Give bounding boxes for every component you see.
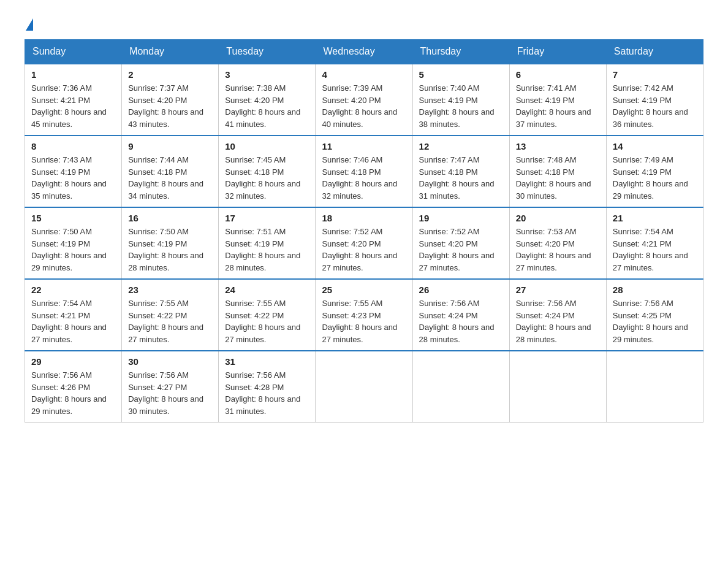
day-number: 27 xyxy=(516,285,600,295)
calendar-cell: 15 Sunrise: 7:50 AMSunset: 4:19 PMDaylig… xyxy=(25,207,122,279)
calendar-cell: 28 Sunrise: 7:56 AMSunset: 4:25 PMDaylig… xyxy=(606,279,703,351)
day-number: 15 xyxy=(31,213,115,223)
day-number: 18 xyxy=(322,213,406,223)
day-number: 16 xyxy=(128,213,212,223)
day-info: Sunrise: 7:50 AMSunset: 4:19 PMDaylight:… xyxy=(31,227,107,272)
day-number: 17 xyxy=(225,213,309,223)
calendar-header: SundayMondayTuesdayWednesdayThursdayFrid… xyxy=(25,40,703,64)
calendar-cell: 14 Sunrise: 7:49 AMSunset: 4:19 PMDaylig… xyxy=(606,136,703,207)
days-of-week-row: SundayMondayTuesdayWednesdayThursdayFrid… xyxy=(25,40,703,64)
calendar-cell: 26 Sunrise: 7:56 AMSunset: 4:24 PMDaylig… xyxy=(412,279,509,351)
day-info: Sunrise: 7:56 AMSunset: 4:28 PMDaylight:… xyxy=(225,370,300,416)
day-of-week-header: Friday xyxy=(509,40,606,64)
day-info: Sunrise: 7:52 AMSunset: 4:20 PMDaylight:… xyxy=(419,227,495,272)
calendar-cell: 29 Sunrise: 7:56 AMSunset: 4:26 PMDaylig… xyxy=(25,351,122,423)
day-number: 14 xyxy=(613,141,697,151)
day-number: 8 xyxy=(31,141,115,151)
calendar-cell: 24 Sunrise: 7:55 AMSunset: 4:22 PMDaylig… xyxy=(219,279,316,351)
day-number: 11 xyxy=(322,141,406,151)
calendar-cell: 3 Sunrise: 7:38 AMSunset: 4:20 PMDayligh… xyxy=(219,64,316,136)
calendar-cell: 23 Sunrise: 7:55 AMSunset: 4:22 PMDaylig… xyxy=(122,279,219,351)
day-of-week-header: Saturday xyxy=(606,40,703,64)
day-info: Sunrise: 7:54 AMSunset: 4:21 PMDaylight:… xyxy=(613,227,688,272)
calendar-cell xyxy=(606,351,703,423)
day-number: 30 xyxy=(128,356,212,367)
day-info: Sunrise: 7:40 AMSunset: 4:19 PMDaylight:… xyxy=(419,83,495,129)
day-number: 5 xyxy=(419,69,503,80)
day-number: 28 xyxy=(613,285,697,295)
day-number: 20 xyxy=(516,213,600,223)
day-number: 2 xyxy=(128,69,212,80)
calendar-cell: 16 Sunrise: 7:50 AMSunset: 4:19 PMDaylig… xyxy=(122,207,219,279)
day-info: Sunrise: 7:56 AMSunset: 4:24 PMDaylight:… xyxy=(419,299,495,344)
day-number: 7 xyxy=(613,69,697,80)
calendar-cell: 22 Sunrise: 7:54 AMSunset: 4:21 PMDaylig… xyxy=(25,279,122,351)
day-info: Sunrise: 7:56 AMSunset: 4:25 PMDaylight:… xyxy=(613,299,688,344)
calendar-cell xyxy=(316,351,412,423)
calendar-cell: 10 Sunrise: 7:45 AMSunset: 4:18 PMDaylig… xyxy=(219,136,316,207)
day-number: 21 xyxy=(613,213,697,223)
day-number: 6 xyxy=(516,69,600,80)
calendar-cell xyxy=(509,351,606,423)
calendar-cell: 25 Sunrise: 7:55 AMSunset: 4:23 PMDaylig… xyxy=(316,279,412,351)
calendar-cell: 18 Sunrise: 7:52 AMSunset: 4:20 PMDaylig… xyxy=(316,207,412,279)
day-info: Sunrise: 7:56 AMSunset: 4:24 PMDaylight:… xyxy=(516,299,591,344)
calendar-week-row: 1 Sunrise: 7:36 AMSunset: 4:21 PMDayligh… xyxy=(25,64,703,136)
calendar-body: 1 Sunrise: 7:36 AMSunset: 4:21 PMDayligh… xyxy=(25,64,703,423)
logo-triangle-icon xyxy=(26,18,33,31)
day-info: Sunrise: 7:38 AMSunset: 4:20 PMDaylight:… xyxy=(225,83,300,129)
day-number: 4 xyxy=(322,69,406,80)
day-info: Sunrise: 7:46 AMSunset: 4:18 PMDaylight:… xyxy=(322,155,397,201)
day-info: Sunrise: 7:55 AMSunset: 4:22 PMDaylight:… xyxy=(128,299,203,344)
day-info: Sunrise: 7:48 AMSunset: 4:18 PMDaylight:… xyxy=(516,155,591,201)
calendar-cell: 5 Sunrise: 7:40 AMSunset: 4:19 PMDayligh… xyxy=(412,64,509,136)
calendar-cell: 2 Sunrise: 7:37 AMSunset: 4:20 PMDayligh… xyxy=(122,64,219,136)
day-number: 12 xyxy=(419,141,503,151)
day-of-week-header: Wednesday xyxy=(316,40,412,64)
day-of-week-header: Thursday xyxy=(412,40,509,64)
calendar-cell: 11 Sunrise: 7:46 AMSunset: 4:18 PMDaylig… xyxy=(316,136,412,207)
day-number: 24 xyxy=(225,285,309,295)
day-info: Sunrise: 7:44 AMSunset: 4:18 PMDaylight:… xyxy=(128,155,203,201)
calendar-cell: 17 Sunrise: 7:51 AMSunset: 4:19 PMDaylig… xyxy=(219,207,316,279)
day-info: Sunrise: 7:43 AMSunset: 4:19 PMDaylight:… xyxy=(31,155,107,201)
calendar-cell: 12 Sunrise: 7:47 AMSunset: 4:18 PMDaylig… xyxy=(412,136,509,207)
day-info: Sunrise: 7:42 AMSunset: 4:19 PMDaylight:… xyxy=(613,83,688,129)
calendar-cell: 19 Sunrise: 7:52 AMSunset: 4:20 PMDaylig… xyxy=(412,207,509,279)
day-info: Sunrise: 7:39 AMSunset: 4:20 PMDaylight:… xyxy=(322,83,397,129)
calendar-cell: 4 Sunrise: 7:39 AMSunset: 4:20 PMDayligh… xyxy=(316,64,412,136)
day-info: Sunrise: 7:51 AMSunset: 4:19 PMDaylight:… xyxy=(225,227,300,272)
calendar-week-row: 8 Sunrise: 7:43 AMSunset: 4:19 PMDayligh… xyxy=(25,136,703,207)
day-of-week-header: Monday xyxy=(122,40,219,64)
calendar-cell: 9 Sunrise: 7:44 AMSunset: 4:18 PMDayligh… xyxy=(122,136,219,207)
calendar-cell: 21 Sunrise: 7:54 AMSunset: 4:21 PMDaylig… xyxy=(606,207,703,279)
day-info: Sunrise: 7:36 AMSunset: 4:21 PMDaylight:… xyxy=(31,83,107,129)
calendar-cell: 20 Sunrise: 7:53 AMSunset: 4:20 PMDaylig… xyxy=(509,207,606,279)
day-number: 29 xyxy=(31,356,115,367)
day-info: Sunrise: 7:56 AMSunset: 4:27 PMDaylight:… xyxy=(128,370,203,416)
calendar-table: SundayMondayTuesdayWednesdayThursdayFrid… xyxy=(25,39,703,423)
day-info: Sunrise: 7:41 AMSunset: 4:19 PMDaylight:… xyxy=(516,83,591,129)
day-info: Sunrise: 7:56 AMSunset: 4:26 PMDaylight:… xyxy=(31,370,107,416)
day-info: Sunrise: 7:53 AMSunset: 4:20 PMDaylight:… xyxy=(516,227,591,272)
calendar-week-row: 22 Sunrise: 7:54 AMSunset: 4:21 PMDaylig… xyxy=(25,279,703,351)
calendar-cell: 6 Sunrise: 7:41 AMSunset: 4:19 PMDayligh… xyxy=(509,64,606,136)
day-of-week-header: Sunday xyxy=(25,40,122,64)
day-info: Sunrise: 7:47 AMSunset: 4:18 PMDaylight:… xyxy=(419,155,495,201)
day-info: Sunrise: 7:49 AMSunset: 4:19 PMDaylight:… xyxy=(613,155,688,201)
day-number: 31 xyxy=(225,356,309,367)
day-number: 3 xyxy=(225,69,309,80)
calendar-cell: 8 Sunrise: 7:43 AMSunset: 4:19 PMDayligh… xyxy=(25,136,122,207)
day-info: Sunrise: 7:50 AMSunset: 4:19 PMDaylight:… xyxy=(128,227,203,272)
day-info: Sunrise: 7:45 AMSunset: 4:18 PMDaylight:… xyxy=(225,155,300,201)
logo xyxy=(25,18,33,27)
calendar-cell: 31 Sunrise: 7:56 AMSunset: 4:28 PMDaylig… xyxy=(219,351,316,423)
day-number: 13 xyxy=(516,141,600,151)
day-info: Sunrise: 7:55 AMSunset: 4:23 PMDaylight:… xyxy=(322,299,397,344)
day-info: Sunrise: 7:52 AMSunset: 4:20 PMDaylight:… xyxy=(322,227,397,272)
calendar-week-row: 15 Sunrise: 7:50 AMSunset: 4:19 PMDaylig… xyxy=(25,207,703,279)
day-number: 23 xyxy=(128,285,212,295)
day-info: Sunrise: 7:54 AMSunset: 4:21 PMDaylight:… xyxy=(31,299,107,344)
calendar-cell: 7 Sunrise: 7:42 AMSunset: 4:19 PMDayligh… xyxy=(606,64,703,136)
calendar-cell: 30 Sunrise: 7:56 AMSunset: 4:27 PMDaylig… xyxy=(122,351,219,423)
